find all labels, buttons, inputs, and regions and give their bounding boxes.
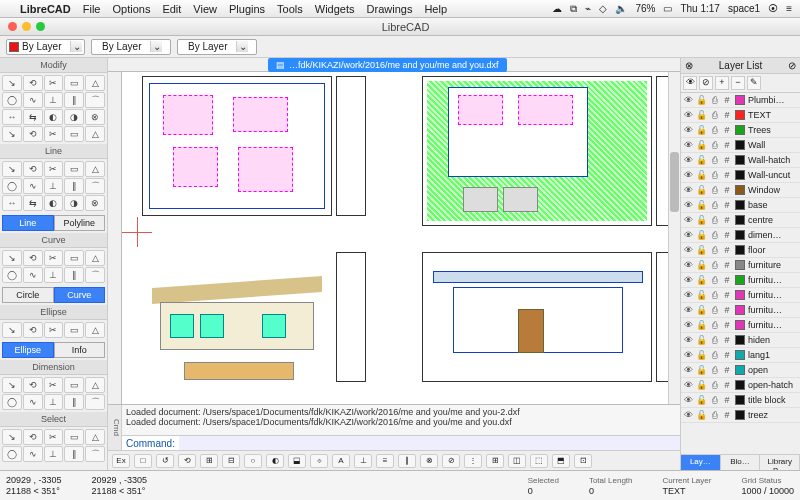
- layer-color-swatch[interactable]: [735, 395, 745, 405]
- tool-button[interactable]: ✂: [44, 161, 64, 177]
- freeze-icon[interactable]: #: [722, 380, 732, 390]
- tool-button[interactable]: ◯: [2, 267, 22, 283]
- tab-info[interactable]: Info: [54, 342, 106, 358]
- eye-icon[interactable]: 👁: [683, 380, 693, 390]
- snap-button[interactable]: ⟲: [178, 454, 196, 468]
- snap-button[interactable]: ◫: [508, 454, 526, 468]
- freeze-icon[interactable]: #: [722, 215, 732, 225]
- freeze-icon[interactable]: #: [722, 200, 732, 210]
- tab-line[interactable]: Line: [2, 215, 54, 231]
- lock-icon[interactable]: 🔓: [696, 305, 706, 315]
- print-icon[interactable]: ⎙: [709, 170, 719, 180]
- tool-button[interactable]: ✂: [44, 429, 64, 445]
- layer-color-swatch[interactable]: [735, 335, 745, 345]
- eye-icon[interactable]: 👁: [683, 95, 693, 105]
- user-name[interactable]: space1: [728, 3, 760, 14]
- eye-icon[interactable]: 👁: [683, 140, 693, 150]
- tool-button[interactable]: ▭: [64, 126, 84, 142]
- layer-row[interactable]: 👁🔓⎙#base: [681, 198, 800, 213]
- tool-button[interactable]: ◑: [64, 195, 84, 211]
- print-icon[interactable]: ⎙: [709, 230, 719, 240]
- layer-color-swatch[interactable]: [735, 320, 745, 330]
- lock-icon[interactable]: 🔓: [696, 260, 706, 270]
- freeze-icon[interactable]: #: [722, 260, 732, 270]
- eye-icon[interactable]: 👁: [683, 305, 693, 315]
- tool-button[interactable]: ↔: [2, 109, 22, 125]
- lock-icon[interactable]: 🔓: [696, 350, 706, 360]
- layer-color-swatch[interactable]: [735, 305, 745, 315]
- print-icon[interactable]: ⎙: [709, 380, 719, 390]
- lock-icon[interactable]: 🔓: [696, 410, 706, 420]
- snap-button[interactable]: ⊡: [574, 454, 592, 468]
- eye-icon[interactable]: 👁: [683, 215, 693, 225]
- freeze-icon[interactable]: #: [722, 395, 732, 405]
- layer-show-all-icon[interactable]: 👁: [683, 76, 697, 90]
- bluetooth-icon[interactable]: ⌁: [585, 3, 591, 14]
- lock-icon[interactable]: 🔓: [696, 200, 706, 210]
- snap-button[interactable]: ◐: [266, 454, 284, 468]
- wifi-icon[interactable]: ◇: [599, 3, 607, 14]
- snap-button[interactable]: ⟐: [310, 454, 328, 468]
- tool-button[interactable]: ⇆: [23, 195, 43, 211]
- layer-list[interactable]: 👁🔓⎙#Plumbi…👁🔓⎙#TEXT👁🔓⎙#Trees👁🔓⎙#Wall👁🔓⎙#…: [681, 93, 800, 454]
- tool-button[interactable]: ∥: [64, 178, 84, 194]
- layer-color-swatch[interactable]: [735, 275, 745, 285]
- tool-button[interactable]: ▭: [64, 75, 84, 91]
- tool-button[interactable]: ↘: [2, 429, 22, 445]
- width-combo[interactable]: By Layer ⌄: [91, 39, 171, 55]
- freeze-icon[interactable]: #: [722, 335, 732, 345]
- layer-color-swatch[interactable]: [735, 260, 745, 270]
- layer-remove-icon[interactable]: −: [731, 76, 745, 90]
- eye-icon[interactable]: 👁: [683, 320, 693, 330]
- freeze-icon[interactable]: #: [722, 155, 732, 165]
- document-tab[interactable]: ▤ …fdk/KIKAZI/work/2016/me and you/me an…: [268, 58, 507, 72]
- print-icon[interactable]: ⎙: [709, 260, 719, 270]
- tool-button[interactable]: ✂: [44, 377, 64, 393]
- layer-color-swatch[interactable]: [735, 410, 745, 420]
- layer-row[interactable]: 👁🔓⎙#furnitu…: [681, 288, 800, 303]
- freeze-icon[interactable]: #: [722, 305, 732, 315]
- print-icon[interactable]: ⎙: [709, 365, 719, 375]
- layer-edit-icon[interactable]: ✎: [747, 76, 761, 90]
- layer-row[interactable]: 👁🔓⎙#treez: [681, 408, 800, 423]
- print-icon[interactable]: ⎙: [709, 140, 719, 150]
- eye-icon[interactable]: 👁: [683, 185, 693, 195]
- lock-icon[interactable]: 🔓: [696, 230, 706, 240]
- tool-button[interactable]: ◯: [2, 446, 22, 462]
- print-icon[interactable]: ⎙: [709, 350, 719, 360]
- layer-row[interactable]: 👁🔓⎙#title block: [681, 393, 800, 408]
- linetype-combo[interactable]: By Layer ⌄: [177, 39, 257, 55]
- menu-help[interactable]: Help: [424, 3, 447, 15]
- panel-close-icon[interactable]: ⊘: [788, 60, 796, 71]
- lock-icon[interactable]: 🔓: [696, 140, 706, 150]
- lock-icon[interactable]: 🔓: [696, 275, 706, 285]
- tool-button[interactable]: ◯: [2, 92, 22, 108]
- freeze-icon[interactable]: #: [722, 320, 732, 330]
- freeze-icon[interactable]: #: [722, 110, 732, 120]
- tool-button[interactable]: △: [85, 250, 105, 266]
- tool-button[interactable]: ▭: [64, 250, 84, 266]
- layer-color-swatch[interactable]: [735, 185, 745, 195]
- layer-row[interactable]: 👁🔓⎙#hiden: [681, 333, 800, 348]
- command-panel-grip[interactable]: Cmd: [108, 405, 122, 450]
- layer-color-swatch[interactable]: [735, 215, 745, 225]
- eye-icon[interactable]: 👁: [683, 260, 693, 270]
- snap-button[interactable]: A: [332, 454, 350, 468]
- layer-color-swatch[interactable]: [735, 230, 745, 240]
- tool-button[interactable]: ⟲: [23, 161, 43, 177]
- tool-button[interactable]: ▭: [64, 429, 84, 445]
- lock-icon[interactable]: 🔓: [696, 95, 706, 105]
- tool-button[interactable]: ⌒: [85, 178, 105, 194]
- freeze-icon[interactable]: #: [722, 95, 732, 105]
- tool-button[interactable]: ▭: [64, 377, 84, 393]
- print-icon[interactable]: ⎙: [709, 245, 719, 255]
- spotlight-icon[interactable]: ⦿: [768, 3, 778, 14]
- eye-icon[interactable]: 👁: [683, 110, 693, 120]
- tool-button[interactable]: ∥: [64, 394, 84, 410]
- tool-button[interactable]: ✂: [44, 75, 64, 91]
- panel-undock-icon[interactable]: ⊗: [685, 60, 693, 71]
- menu-plugins[interactable]: Plugins: [229, 3, 265, 15]
- layer-row[interactable]: 👁🔓⎙#open-hatch: [681, 378, 800, 393]
- eye-icon[interactable]: 👁: [683, 335, 693, 345]
- tool-button[interactable]: ◯: [2, 394, 22, 410]
